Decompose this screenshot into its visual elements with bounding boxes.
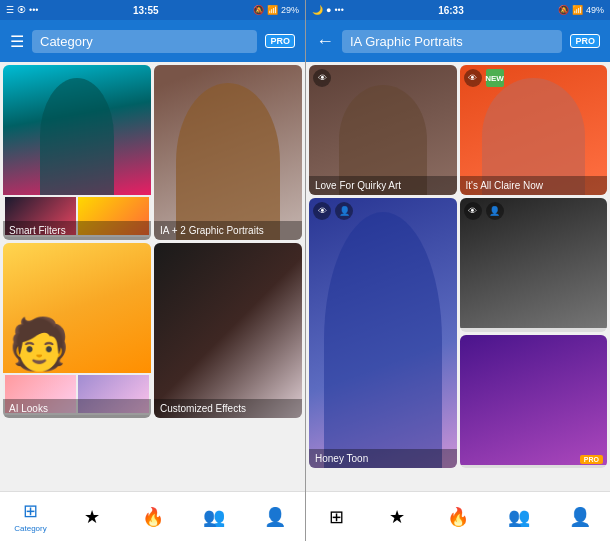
- battery-icon: 29%: [281, 5, 299, 15]
- right-nav-account[interactable]: 👤: [549, 506, 610, 528]
- person-icon-b1: 👤: [486, 202, 504, 220]
- right-app-header: ← IA Graphic Portraits PRO: [306, 20, 610, 62]
- pro-overlay: PRO: [580, 455, 603, 464]
- honey-card-icons: 👁 👤: [313, 202, 353, 220]
- smart-filters-img: [3, 65, 151, 195]
- art-cards-grid: 👁 Love For Quirky Art 👁 NEW It's All Cla…: [306, 62, 610, 471]
- category-title[interactable]: Category: [32, 30, 257, 53]
- eye-icon-honey: 👁: [313, 202, 331, 220]
- trending-nav-icon: 🔥: [142, 506, 164, 528]
- left-status-bar: ☰ ⦿ ••• 13:55 🔕 📶 29%: [0, 0, 305, 20]
- social-nav-icon: 👥: [203, 506, 225, 528]
- right-phone-panel: 🌙 ● ••• 16:33 🔕 📶 49% ← IA Graphic Portr…: [305, 0, 610, 541]
- left-content-area: Smart Filters IA + 2 Graphic Portraits: [0, 62, 305, 491]
- bottom-row: AI Looks Customized Effects: [3, 243, 302, 418]
- honey-label: Honey Toon: [309, 449, 457, 468]
- nav-account[interactable]: 👤: [244, 506, 305, 528]
- graphic-portraits-title: IA Graphic Portraits: [342, 30, 562, 53]
- nav-category[interactable]: ⊞ Category: [0, 500, 61, 533]
- b1-card-icons: 👁 👤: [464, 202, 504, 220]
- graphic-portraits-img: [154, 65, 302, 240]
- customized-effects-img: [154, 243, 302, 418]
- smart-filters-card[interactable]: Smart Filters: [3, 65, 151, 240]
- ai-looks-label: AI Looks: [3, 399, 151, 418]
- menu-icon[interactable]: ☰: [10, 32, 24, 51]
- right-content-area: 👁 Love For Quirky Art 👁 NEW It's All Cla…: [306, 62, 610, 491]
- hamburger-status-icon: ☰: [6, 5, 14, 15]
- pro-badge-left[interactable]: PRO: [265, 34, 295, 48]
- customized-effects-card[interactable]: Customized Effects: [154, 243, 302, 418]
- graphic-portraits-label: IA + 2 Graphic Portraits: [154, 221, 302, 240]
- right-clock: 16:33: [438, 5, 464, 16]
- social-nav-icon-r: 👥: [508, 506, 530, 528]
- right-status-right: 🔕 📶 49%: [558, 5, 604, 15]
- claire-card[interactable]: 👁 NEW It's All Claire Now: [460, 65, 608, 195]
- trending-nav-icon-r: 🔥: [447, 506, 469, 528]
- left-status-icons: ☰ ⦿ •••: [6, 5, 38, 15]
- left-status-right: 🔕 📶 29%: [253, 5, 299, 15]
- right-status-icons: 🌙 ● •••: [312, 5, 344, 15]
- bottom1-card[interactable]: 👁 👤: [460, 198, 608, 332]
- nav-favorites[interactable]: ★: [61, 506, 122, 528]
- dot-icon: •••: [29, 5, 38, 15]
- left-bottom-nav: ⊞ Category ★ 🔥 👥 👤: [0, 491, 305, 541]
- bottom2-card[interactable]: PRO: [460, 335, 608, 469]
- account-nav-icon-r: 👤: [569, 506, 591, 528]
- left-app-header: ☰ Category PRO: [0, 20, 305, 62]
- account-nav-icon: 👤: [264, 506, 286, 528]
- honey-img: [309, 198, 457, 468]
- customized-effects-label: Customized Effects: [154, 399, 302, 418]
- right-nav-social[interactable]: 👥: [488, 506, 549, 528]
- back-button[interactable]: ←: [316, 31, 334, 52]
- right-nav-trending[interactable]: 🔥: [428, 506, 489, 528]
- favorites-nav-icon-r: ★: [389, 506, 405, 528]
- claire-label: It's All Claire Now: [460, 176, 608, 195]
- left-clock: 13:55: [133, 5, 159, 16]
- honey-toon-card[interactable]: 👁 👤 Honey Toon: [309, 198, 457, 468]
- new-icon-claire: NEW: [486, 69, 504, 87]
- love-for-quirky-card[interactable]: 👁 Love For Quirky Art: [309, 65, 457, 195]
- moon-icon: 🌙: [312, 5, 323, 15]
- top-row: Smart Filters IA + 2 Graphic Portraits: [3, 65, 302, 240]
- favorites-nav-icon: ★: [84, 506, 100, 528]
- love-card-icons: 👁: [313, 69, 331, 87]
- ai-looks-card[interactable]: AI Looks: [3, 243, 151, 418]
- nav-social[interactable]: 👥: [183, 506, 244, 528]
- dots-icon: •••: [334, 5, 343, 15]
- right-status-bar: 🌙 ● ••• 16:33 🔕 📶 49%: [306, 0, 610, 20]
- nav-trending[interactable]: 🔥: [122, 506, 183, 528]
- eye-icon-love: 👁: [313, 69, 331, 87]
- claire-card-icons: 👁 NEW: [464, 69, 504, 87]
- bottom2-img: [460, 335, 608, 465]
- eye-icon-b1: 👁: [464, 202, 482, 220]
- signal-icon-r: 📶: [572, 5, 583, 15]
- battery-icon-r: 49%: [586, 5, 604, 15]
- smart-filters-label: Smart Filters: [3, 221, 151, 240]
- eye-icon-claire: 👁: [464, 69, 482, 87]
- signal-icon: 📶: [267, 5, 278, 15]
- person-icon-honey: 👤: [335, 202, 353, 220]
- pro-badge-right[interactable]: PRO: [570, 34, 600, 48]
- mute-icon: 🔕: [253, 5, 264, 15]
- left-phone-panel: ☰ ⦿ ••• 13:55 🔕 📶 29% ☰ Category PRO: [0, 0, 305, 541]
- circle-icon2: ●: [326, 5, 331, 15]
- ai-looks-img: [3, 243, 151, 373]
- category-cards-grid: Smart Filters IA + 2 Graphic Portraits: [0, 62, 305, 421]
- graphic-portraits-card[interactable]: IA + 2 Graphic Portraits: [154, 65, 302, 240]
- mute-icon-r: 🔕: [558, 5, 569, 15]
- circle-icon: ⦿: [17, 5, 26, 15]
- right-nav-category[interactable]: ⊞: [306, 506, 367, 528]
- right-bottom-nav: ⊞ ★ 🔥 👥 👤: [306, 491, 610, 541]
- category-nav-icon-r: ⊞: [329, 506, 344, 528]
- love-label: Love For Quirky Art: [309, 176, 457, 195]
- category-nav-icon: ⊞: [23, 500, 38, 522]
- category-nav-label: Category: [14, 524, 46, 533]
- right-nav-favorites[interactable]: ★: [367, 506, 428, 528]
